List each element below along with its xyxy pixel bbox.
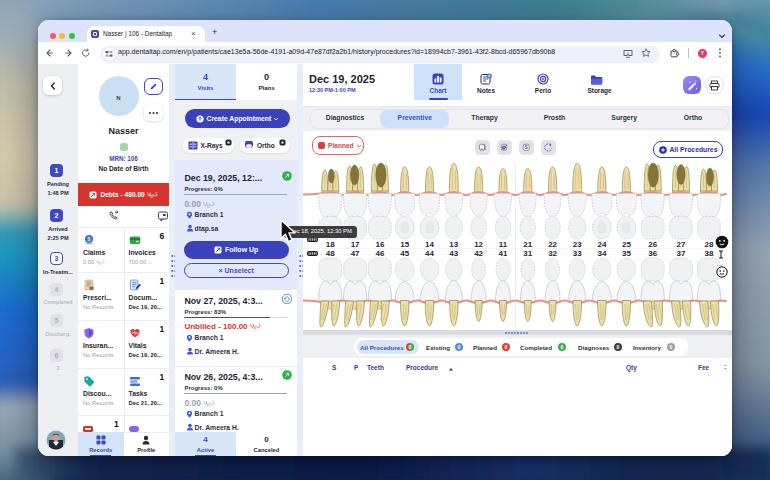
- svg-text:48: 48: [326, 249, 335, 258]
- svg-text:17: 17: [351, 240, 360, 249]
- svg-text:46: 46: [375, 249, 384, 258]
- svg-text:47: 47: [351, 249, 360, 258]
- svg-text:18: 18: [326, 240, 335, 249]
- svg-text:11: 11: [499, 240, 508, 249]
- svg-text:23: 23: [573, 240, 582, 249]
- svg-text:24: 24: [597, 240, 606, 249]
- svg-text:45: 45: [400, 249, 409, 258]
- svg-text:34: 34: [597, 249, 606, 258]
- svg-text:22: 22: [548, 240, 557, 249]
- svg-text:28: 28: [705, 240, 714, 249]
- svg-text:35: 35: [622, 249, 631, 258]
- svg-text:25: 25: [622, 240, 631, 249]
- svg-text:21: 21: [523, 240, 532, 249]
- svg-text:31: 31: [523, 249, 532, 258]
- svg-text:13: 13: [449, 240, 458, 249]
- svg-text:32: 32: [548, 249, 557, 258]
- svg-text:15: 15: [400, 240, 409, 249]
- svg-text:16: 16: [375, 240, 384, 249]
- svg-text:27: 27: [677, 240, 686, 249]
- svg-text:14: 14: [425, 240, 434, 249]
- svg-text:44: 44: [425, 249, 434, 258]
- svg-text:12: 12: [474, 240, 483, 249]
- svg-text:42: 42: [474, 249, 483, 258]
- svg-text:43: 43: [449, 249, 458, 258]
- svg-text:41: 41: [499, 249, 508, 258]
- svg-text:38: 38: [705, 249, 714, 258]
- svg-text:37: 37: [677, 249, 686, 258]
- svg-text:26: 26: [648, 240, 657, 249]
- svg-text:36: 36: [648, 249, 657, 258]
- svg-text:33: 33: [573, 249, 582, 258]
